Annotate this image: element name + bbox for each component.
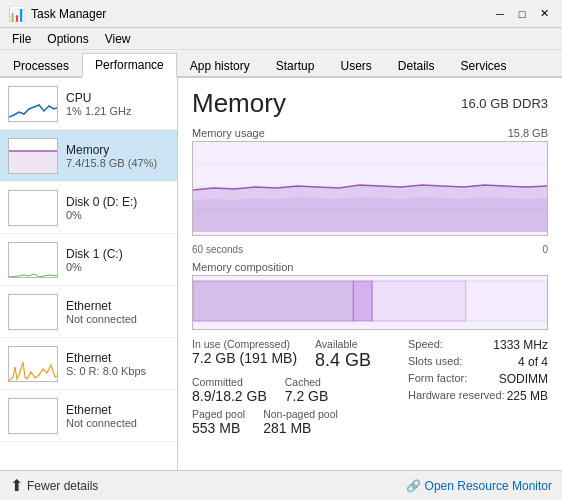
disk1-title: Disk 1 (C:)	[66, 247, 169, 261]
stats-container: In use (Compressed) 7.2 GB (191 MB) Avai…	[192, 338, 548, 437]
time-left: 60 seconds	[192, 244, 243, 255]
ethernet1-subtitle: Not connected	[66, 313, 169, 325]
hwreserved-value: 225 MB	[507, 389, 548, 403]
stat-available: Available 8.4 GB	[315, 338, 371, 372]
memory-header: Memory 16.0 GB DDR3	[192, 88, 548, 119]
slots-value: 4 of 4	[518, 355, 548, 369]
svg-marker-15	[193, 197, 547, 232]
disk1-subtitle: 0%	[66, 261, 169, 273]
svg-rect-7	[9, 295, 58, 330]
paged-label: Paged pool	[192, 408, 245, 420]
svg-rect-18	[353, 281, 372, 321]
svg-rect-5	[9, 243, 58, 278]
menu-file[interactable]: File	[4, 30, 39, 48]
slots-label: Slots used:	[408, 355, 462, 369]
menu-bar: File Options View	[0, 28, 562, 50]
committed-label: Committed	[192, 376, 267, 388]
available-value: 8.4 GB	[315, 350, 371, 372]
memory-panel-title: Memory	[192, 88, 286, 119]
stat-nonpaged: Non-paged pool 281 MB	[263, 408, 338, 437]
menu-options[interactable]: Options	[39, 30, 96, 48]
menu-view[interactable]: View	[97, 30, 139, 48]
slots-row: Slots used: 4 of 4	[408, 355, 548, 369]
main-content: CPU 1% 1.21 GHz Memory 7.4/15.8 GB (47%)	[0, 78, 562, 470]
sidebar-item-disk1[interactable]: Disk 1 (C:) 0%	[0, 234, 177, 286]
sidebar-item-ethernet3[interactable]: Ethernet Not connected	[0, 390, 177, 442]
usage-chart-svg	[193, 142, 547, 232]
app-icon: 📊	[8, 6, 25, 22]
cpu-subtitle: 1% 1.21 GHz	[66, 105, 169, 117]
cpu-thumbnail	[8, 86, 58, 122]
memory-panel: Memory 16.0 GB DDR3 Memory usage 15.8 GB	[178, 78, 562, 470]
close-button[interactable]: ✕	[534, 4, 554, 24]
ethernet3-info: Ethernet Not connected	[66, 403, 169, 429]
svg-rect-17	[193, 281, 353, 321]
svg-rect-19	[372, 281, 466, 321]
fewer-details-button[interactable]: ⬆ Fewer details	[10, 476, 98, 495]
sidebar-item-memory[interactable]: Memory 7.4/15.8 GB (47%)	[0, 130, 177, 182]
composition-chart-svg	[193, 276, 547, 326]
tab-apphistory[interactable]: App history	[177, 54, 263, 78]
ethernet1-info: Ethernet Not connected	[66, 299, 169, 325]
time-right: 0	[542, 244, 548, 255]
tab-services[interactable]: Services	[448, 54, 520, 78]
speed-label: Speed:	[408, 338, 443, 352]
ethernet2-title: Ethernet	[66, 351, 169, 365]
nonpaged-label: Non-paged pool	[263, 408, 338, 420]
disk0-title: Disk 0 (D: E:)	[66, 195, 169, 209]
stat-inuse: In use (Compressed) 7.2 GB (191 MB)	[192, 338, 297, 372]
form-label: Form factor:	[408, 372, 467, 386]
usage-chart-label-row: Memory usage 15.8 GB	[192, 127, 548, 139]
sidebar-item-ethernet1[interactable]: Ethernet Not connected	[0, 286, 177, 338]
monitor-icon: 🔗	[406, 479, 421, 493]
sidebar-item-disk0[interactable]: Disk 0 (D: E:) 0%	[0, 182, 177, 234]
stats-right: Speed: 1333 MHz Slots used: 4 of 4 Form …	[408, 338, 548, 437]
tab-startup[interactable]: Startup	[263, 54, 328, 78]
stats-left: In use (Compressed) 7.2 GB (191 MB) Avai…	[192, 338, 392, 437]
composition-chart-container	[192, 275, 548, 330]
nonpaged-value: 281 MB	[263, 420, 338, 437]
tab-details[interactable]: Details	[385, 54, 448, 78]
committed-value: 8.9/18.2 GB	[192, 388, 267, 405]
ethernet2-info: Ethernet S: 0 R: 8.0 Kbps	[66, 351, 169, 377]
usage-chart-section: Memory usage 15.8 GB	[192, 127, 548, 236]
hwreserved-label: Hardware reserved:	[408, 389, 505, 403]
inuse-value: 7.2 GB (191 MB)	[192, 350, 297, 367]
usage-chart-max: 15.8 GB	[508, 127, 548, 139]
sidebar: CPU 1% 1.21 GHz Memory 7.4/15.8 GB (47%)	[0, 78, 178, 470]
ethernet3-thumbnail	[8, 398, 58, 434]
cpu-title: CPU	[66, 91, 169, 105]
memory-info: Memory 7.4/15.8 GB (47%)	[66, 143, 169, 169]
tab-performance[interactable]: Performance	[82, 53, 177, 78]
form-row: Form factor: SODIMM	[408, 372, 548, 386]
stats-row1: In use (Compressed) 7.2 GB (191 MB) Avai…	[192, 338, 392, 372]
form-value: SODIMM	[499, 372, 548, 386]
cached-value: 7.2 GB	[285, 388, 329, 405]
maximize-button[interactable]: □	[512, 4, 532, 24]
open-monitor-button[interactable]: 🔗 Open Resource Monitor	[406, 479, 552, 493]
disk1-thumbnail	[8, 242, 58, 278]
disk0-info: Disk 0 (D: E:) 0%	[66, 195, 169, 221]
stats-row2: Committed 8.9/18.2 GB Cached 7.2 GB	[192, 376, 392, 405]
fewer-details-icon: ⬆	[10, 476, 23, 495]
disk1-info: Disk 1 (C:) 0%	[66, 247, 169, 273]
title-bar: 📊 Task Manager ─ □ ✕	[0, 0, 562, 28]
usage-chart-label: Memory usage	[192, 127, 265, 139]
open-monitor-label: Open Resource Monitor	[425, 479, 552, 493]
stats-row3: Paged pool 553 MB Non-paged pool 281 MB	[192, 408, 392, 437]
sidebar-item-ethernet2[interactable]: Ethernet S: 0 R: 8.0 Kbps	[0, 338, 177, 390]
title-bar-left: 📊 Task Manager	[8, 6, 106, 22]
app-title: Task Manager	[31, 7, 106, 21]
fewer-details-label: Fewer details	[27, 479, 98, 493]
ethernet3-subtitle: Not connected	[66, 417, 169, 429]
memory-spec: 16.0 GB DDR3	[461, 88, 548, 111]
composition-label-row: Memory composition	[192, 261, 548, 273]
tab-users[interactable]: Users	[327, 54, 384, 78]
tab-processes[interactable]: Processes	[0, 54, 82, 78]
sidebar-item-cpu[interactable]: CPU 1% 1.21 GHz	[0, 78, 177, 130]
stat-paged: Paged pool 553 MB	[192, 408, 245, 437]
ethernet2-thumbnail	[8, 346, 58, 382]
minimize-button[interactable]: ─	[490, 4, 510, 24]
ethernet2-subtitle: S: 0 R: 8.0 Kbps	[66, 365, 169, 377]
cached-label: Cached	[285, 376, 329, 388]
